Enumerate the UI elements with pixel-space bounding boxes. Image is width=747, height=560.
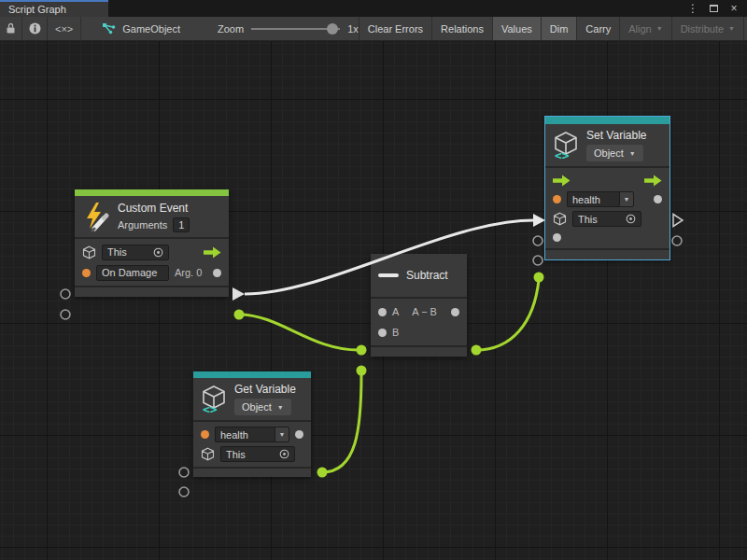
node-subtract[interactable]: Subtract A A − B B [371,254,467,357]
name-port[interactable] [201,430,209,439]
arg0-port[interactable] [213,269,221,277]
variable-accent-bar [545,117,669,124]
values-button[interactable]: Values [492,17,541,40]
node-get-variable[interactable]: <> Get Variable Object ▼ health [193,371,311,477]
value-output-port[interactable] [654,195,662,203]
carry-button[interactable]: Carry [576,17,619,40]
overview-button[interactable]: Overv [743,17,747,40]
flow-input-arrow-icon[interactable] [553,175,571,187]
lock-button[interactable] [0,17,22,40]
lock-icon [6,22,16,35]
target-value: This [578,214,598,225]
caret-down-icon: ▼ [275,427,289,442]
gameobject-cube-icon [82,245,96,259]
graph-target[interactable]: GameObject [102,17,180,40]
get-variable-target-row: This [193,444,311,464]
set-variable-left-port[interactable] [533,236,543,245]
flow-output-arrow-icon[interactable] [644,175,662,187]
set-variable-target-row: This [545,209,669,229]
align-button[interactable]: Align ▼ [619,17,670,40]
event-accent-bar [75,189,229,196]
get-variable-left-port[interactable] [179,468,189,477]
target-value: This [107,246,127,258]
custom-event-left-port[interactable] [61,289,70,299]
event-name-field[interactable]: On Damage [96,265,169,281]
graph-toolbar: <×> GameObject Zoom 1x Clear Errors Rela… [0,17,747,41]
node-footer [75,286,229,297]
variable-kind-dropdown[interactable]: Object ▼ [234,399,291,415]
info-button[interactable] [22,17,48,40]
result-port[interactable] [451,308,459,316]
window-menu-icon[interactable]: ⋮ [685,1,700,16]
variable-cube-icon: <> [553,131,579,161]
flow-output-arrow-icon[interactable] [204,246,221,259]
node-set-variable[interactable]: <> Set Variable Object ▼ [545,117,669,259]
wire-getvariable-to-subtract-b[interactable] [322,373,361,472]
node-footer [371,345,467,357]
gameobject-cube-icon [553,212,567,226]
wire-arg0-to-subtract-a[interactable] [239,315,359,350]
variable-kind-value: Object [594,147,624,159]
set-variable-flow-out-port[interactable] [673,215,683,227]
wire-arrowhead-icon [533,214,545,227]
align-label: Align [628,23,651,35]
clear-errors-button[interactable]: Clear Errors [359,17,431,40]
gameobject-cube-icon [201,447,215,461]
node-title: Get Variable [234,383,296,396]
get-variable-name-row: health ▼ [193,425,311,444]
graph-target-label: GameObject [122,23,180,35]
caret-down-icon: ▼ [277,404,284,411]
object-picker-icon[interactable] [153,247,163,258]
graph-canvas[interactable]: Custom Event Arguments 1 This [0,41,747,560]
node-title: Set Variable [586,129,646,142]
maximize-icon[interactable] [706,1,721,16]
caret-down-icon: ▼ [619,191,634,207]
code-icon: <×> [55,23,73,35]
variable-name-dropdown[interactable]: health ▼ [215,427,289,442]
relations-button[interactable]: Relations [431,17,492,40]
caret-down-icon: ▼ [629,150,636,157]
name-port[interactable] [553,195,561,203]
object-picker-icon[interactable] [279,449,289,459]
set-variable-left-port[interactable] [533,256,543,265]
value-output-port[interactable] [295,430,303,439]
subtract-icon [378,273,399,278]
distribute-button[interactable]: Distribute ▼ [671,17,743,40]
set-variable-right-port[interactable] [672,236,682,245]
zoom-value: 1x [347,23,359,35]
close-icon[interactable]: × [726,1,741,16]
tab-strip: Script Graph ⋮ × [0,0,747,17]
variable-name-dropdown[interactable]: health ▼ [567,191,634,207]
tab-script-graph[interactable]: Script Graph [0,0,108,17]
target-field[interactable]: This [572,211,641,227]
object-picker-icon[interactable] [626,214,636,224]
caret-down-icon: ▼ [728,25,735,32]
input-a-port[interactable] [378,308,387,316]
input-b-port[interactable] [378,329,387,337]
get-variable-left-port[interactable] [179,487,189,497]
custom-event-trigger-port[interactable] [233,287,245,301]
target-value: This [226,449,246,460]
variable-kind-dropdown[interactable]: Object ▼ [586,145,643,161]
value-input-port[interactable] [553,233,561,242]
node-custom-event[interactable]: Custom Event Arguments 1 This [75,189,229,297]
zoom-slider-knob[interactable] [327,23,338,35]
arguments-label: Arguments [118,219,167,231]
zoom-slider[interactable] [251,22,340,35]
value-port[interactable] [82,269,91,277]
subtract-a-row: A A − B [371,301,467,322]
custom-event-name-row: On Damage Arg. 0 [75,262,229,283]
variable-kind-value: Object [242,401,272,413]
window-controls: ⋮ × [685,0,747,17]
zoom-label: Zoom [218,23,244,35]
caret-down-icon: ▼ [656,25,663,32]
variable-cube-icon: <> [201,385,227,414]
node-title: Custom Event [118,202,190,215]
wire-subtract-to-setvariable-value[interactable] [476,280,539,350]
dim-button[interactable]: Dim [541,17,577,40]
target-field[interactable]: This [102,245,169,260]
arguments-input[interactable]: 1 [173,217,190,232]
edit-graph-button[interactable]: <×> [48,17,81,40]
target-field[interactable]: This [220,446,295,462]
custom-event-left-port[interactable] [61,310,70,319]
